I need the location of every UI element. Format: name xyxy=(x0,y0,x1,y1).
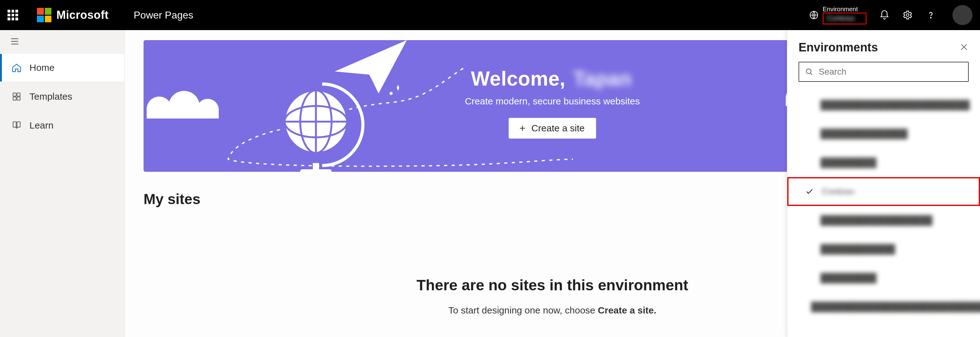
templates-icon xyxy=(11,91,22,102)
sidebar-item-learn[interactable]: Learn xyxy=(0,111,124,139)
globe-icon xyxy=(809,10,819,20)
sidebar-toggle[interactable] xyxy=(0,30,124,52)
welcome-prefix: Welcome, xyxy=(471,67,571,90)
svg-rect-3 xyxy=(13,93,16,96)
product-name[interactable]: Power Pages xyxy=(134,10,193,21)
environment-value-highlight: Contoso xyxy=(822,13,867,24)
close-icon xyxy=(959,42,969,52)
sidebar: Home Templates Learn xyxy=(0,30,125,337)
environment-list-item[interactable]: ████████████████████████████████ xyxy=(787,292,980,321)
help-icon[interactable] xyxy=(926,10,936,21)
create-site-button-label: Create a site xyxy=(531,123,584,134)
welcome-heading: Welcome, Tapan xyxy=(465,67,640,90)
environment-value: Contoso xyxy=(827,14,854,22)
environment-list: ████████████████████████████████████████… xyxy=(787,89,980,337)
environment-name: Contoso xyxy=(822,186,854,197)
svg-rect-12 xyxy=(313,163,319,169)
svg-point-2 xyxy=(931,17,931,18)
sidebar-item-label: Home xyxy=(29,62,54,73)
empty-subtext-prefix: To start designing one now, choose xyxy=(449,305,598,315)
sidebar-item-label: Templates xyxy=(29,91,72,102)
search-icon xyxy=(805,67,814,76)
environment-name: ██████████████ xyxy=(821,129,908,139)
close-button[interactable] xyxy=(959,42,969,53)
environment-search-input[interactable] xyxy=(819,67,963,77)
learn-icon xyxy=(11,120,22,131)
welcome-subtitle: Create modern, secure business websites xyxy=(465,96,640,107)
notifications-icon[interactable] xyxy=(879,10,890,21)
environment-name: ████████████████████████ xyxy=(821,100,970,110)
plus-icon xyxy=(518,124,527,133)
top-bar-right: Environment Contoso xyxy=(809,5,972,25)
sidebar-item-home[interactable]: Home xyxy=(0,54,124,81)
environment-list-item[interactable]: █████████ xyxy=(787,148,980,177)
environment-list-item[interactable]: Contoso xyxy=(787,177,980,206)
svg-rect-13 xyxy=(300,169,332,172)
svg-rect-4 xyxy=(17,93,20,96)
brand-label: Microsoft xyxy=(56,8,109,22)
environment-search[interactable] xyxy=(799,62,969,82)
svg-point-1 xyxy=(906,14,909,17)
environment-list-item[interactable]: ████████████ xyxy=(787,235,980,264)
environment-stack: Environment Contoso xyxy=(822,6,867,24)
create-site-button[interactable]: Create a site xyxy=(509,118,596,138)
svg-rect-5 xyxy=(13,97,16,100)
environment-list-item[interactable]: █████████ xyxy=(787,264,980,292)
empty-subtext-bold: Create a site. xyxy=(598,305,657,315)
environment-name: █████████ xyxy=(821,158,877,168)
environment-list-item[interactable]: ██████████████████ xyxy=(787,206,980,235)
home-icon xyxy=(11,62,22,73)
svg-point-7 xyxy=(390,92,393,95)
body: Home Templates Learn xyxy=(0,30,980,337)
environment-label: Environment xyxy=(822,6,867,13)
environment-name: ██████████████████ xyxy=(821,215,932,226)
environment-list-item[interactable]: ██████████████ xyxy=(787,119,980,148)
cloud-icon xyxy=(147,81,228,119)
environment-list-item[interactable]: ████████████████████████ xyxy=(787,91,980,119)
svg-point-28 xyxy=(807,69,811,74)
globe-illustration-icon xyxy=(275,81,369,172)
sidebar-item-label: Learn xyxy=(29,120,54,131)
settings-icon[interactable] xyxy=(902,10,913,21)
svg-rect-6 xyxy=(17,97,20,100)
avatar[interactable] xyxy=(953,5,972,25)
environments-panel-title: Environments xyxy=(799,41,878,54)
environment-picker[interactable]: Environment Contoso xyxy=(809,6,867,24)
app-launcher-icon[interactable] xyxy=(8,10,18,21)
environment-name: █████████ xyxy=(821,273,877,283)
sidebar-item-templates[interactable]: Templates xyxy=(0,83,124,110)
welcome-user-name: Tapan xyxy=(571,67,634,90)
checkmark-icon xyxy=(805,187,814,196)
environment-name: ████████████████████████████████ xyxy=(811,302,980,312)
microsoft-logo xyxy=(37,8,51,22)
environments-panel: Environments ███████████████████████████… xyxy=(787,30,980,337)
top-bar: Microsoft Power Pages Environment Contos… xyxy=(0,0,980,30)
environment-name: ████████████ xyxy=(821,244,895,254)
